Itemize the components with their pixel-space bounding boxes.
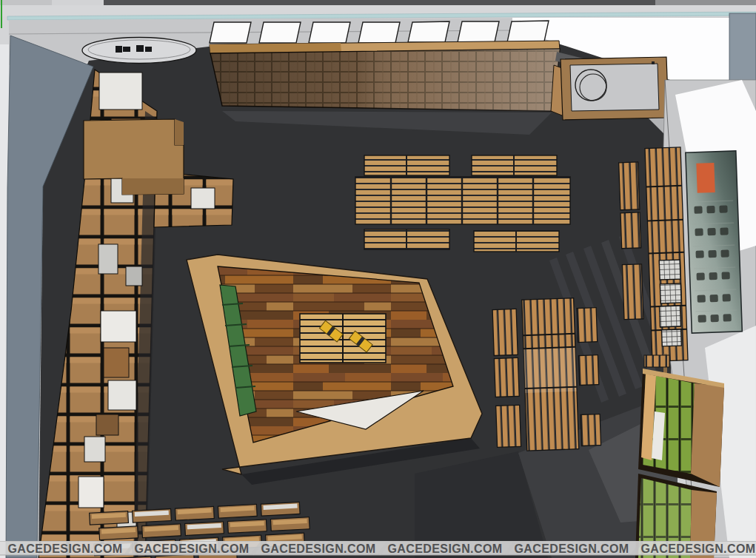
- desk-dot: [652, 61, 655, 64]
- watermark-text: GACEDESIGN.COM: [261, 542, 376, 555]
- window-panel: [210, 22, 251, 43]
- art-panel-orange-seal: [696, 163, 715, 193]
- shelving-white-box: [191, 188, 215, 209]
- window-panel: [309, 22, 350, 43]
- service-desk-with-stool: [561, 57, 669, 120]
- interior-render: GACEDESIGN.COM GACEDESIGN.COM GACEDESIGN…: [0, 0, 756, 558]
- corner-wall-panel: [729, 13, 756, 87]
- window-panel: [358, 22, 400, 43]
- platform-display-table: [300, 314, 386, 363]
- top-strip-seg: [655, 0, 756, 5]
- slat-bench: [494, 357, 519, 397]
- render-stage: GACEDESIGN.COM GACEDESIGN.COM GACEDESIGN…: [0, 0, 756, 558]
- basket-display-panels: [658, 260, 683, 346]
- window-panel: [507, 21, 549, 42]
- watermark-text: GACEDESIGN.COM: [641, 542, 756, 555]
- slat-bench: [620, 212, 641, 249]
- wall-art-panel: [686, 151, 742, 333]
- top-strip-seg: [52, 0, 104, 5]
- watermark-text: GACEDESIGN.COM: [8, 542, 123, 555]
- watermark-band: GACEDESIGN.COM GACEDESIGN.COM GACEDESIGN…: [0, 542, 756, 556]
- entry-oval-table: [82, 38, 196, 64]
- watermark-text: GACEDESIGN.COM: [135, 542, 250, 555]
- slat-bench: [581, 414, 601, 446]
- green-shelving-unit: [635, 354, 724, 558]
- counter-side-face: [175, 119, 184, 145]
- window-panel: [259, 22, 301, 43]
- slat-bench: [577, 308, 598, 343]
- window-panel: [408, 21, 449, 42]
- shelf-top-slats: [644, 355, 669, 367]
- desk-top: [570, 64, 659, 111]
- shelf-upper-wood-side: [691, 383, 724, 487]
- slat-bench: [578, 355, 598, 386]
- slat-display-wall: [210, 41, 570, 117]
- slat-bench: [496, 405, 521, 447]
- table-light-shaft: [523, 347, 577, 393]
- watermark-text: GACEDESIGN.COM: [388, 542, 503, 555]
- top-strip-seg: [0, 0, 52, 5]
- slat-bench: [619, 162, 640, 210]
- slat-bench: [622, 264, 643, 320]
- slat-bench: [492, 309, 518, 355]
- reading-table-group-vertical: [492, 298, 601, 452]
- top-strip-seg: [104, 0, 655, 5]
- display-wall-sheen: [210, 49, 560, 111]
- window-panel: [458, 21, 499, 42]
- counter-front-face: [122, 178, 184, 195]
- watermark-text: GACEDESIGN.COM: [515, 542, 629, 555]
